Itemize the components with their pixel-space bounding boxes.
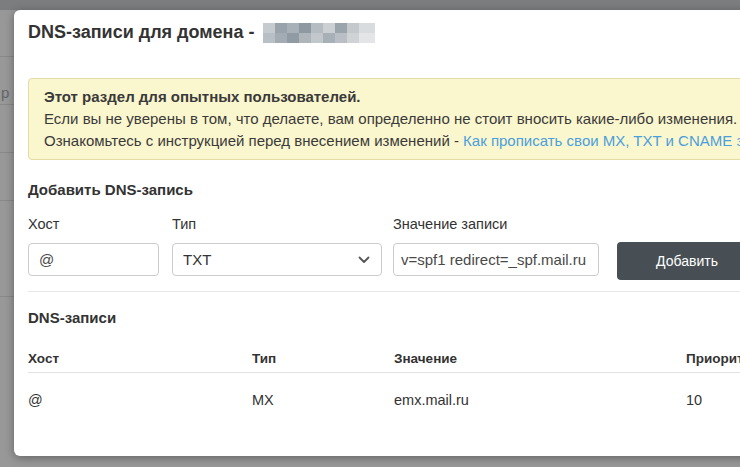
dns-records-dialog: DNS-записи для домена - Этот раздел для … [14, 10, 740, 456]
type-label: Тип [172, 216, 382, 234]
column-header-type: Тип [252, 351, 394, 373]
record-value-input[interactable] [393, 243, 599, 276]
column-header-priority: Приоритет [686, 351, 740, 373]
background-page-text-fragment: p [1, 84, 9, 101]
value-field-group: Значение записи [393, 216, 599, 276]
add-record-form: Хост Тип TXT Значение записи [28, 216, 740, 280]
record-cell-priority: 10 [686, 373, 740, 408]
type-select[interactable]: TXT [172, 243, 382, 276]
warning-heading: Этот раздел для опытных пользователей. [44, 86, 740, 108]
records-heading: DNS-записи [28, 309, 740, 327]
page-backdrop: { "colors": { "backdrop": "#989898", "wa… [0, 0, 740, 467]
dialog-title-text: DNS-записи для домена - [28, 22, 255, 43]
host-field-group: Хост [28, 216, 159, 276]
host-label: Хост [28, 216, 159, 234]
submit-field-group: Добавить [617, 242, 740, 280]
value-label: Значение записи [393, 216, 599, 234]
warning-instruction: Ознакомьтесь с инструкцией перед внесени… [44, 130, 740, 152]
dialog-title: DNS-записи для домена - [28, 22, 740, 43]
background-page-line [0, 152, 14, 153]
redacted-domain-blur [263, 23, 375, 43]
add-record-button[interactable]: Добавить [617, 242, 740, 280]
warning-body: Если вы не уверены в том, что делаете, в… [44, 108, 740, 130]
host-input[interactable] [28, 243, 159, 276]
column-header-value: Значение [394, 351, 686, 373]
dns-records-table: Хост Тип Значение Приоритет @ MX emx.mai… [28, 351, 740, 408]
column-header-host: Хост [28, 351, 252, 373]
dns-help-link[interactable]: Как прописать свои MX, TXT и CNAME запис… [463, 132, 740, 149]
background-page-line [0, 56, 14, 57]
add-record-heading: Добавить DNS-запись [28, 181, 740, 199]
background-page-header-strip [0, 0, 740, 10]
background-page-line [0, 296, 14, 297]
record-cell-value: emx.mail.ru [394, 373, 686, 408]
record-cell-type: MX [252, 373, 394, 408]
warning-instruction-prefix: Ознакомьтесь с инструкцией перед внесени… [44, 132, 463, 149]
section-divider [28, 291, 740, 292]
expert-warning-banner: Этот раздел для опытных пользователей. Е… [28, 78, 740, 160]
background-page-line [0, 104, 14, 105]
background-page-line [0, 200, 14, 201]
record-cell-host: @ [28, 373, 252, 408]
type-field-group: Тип TXT [172, 216, 382, 276]
